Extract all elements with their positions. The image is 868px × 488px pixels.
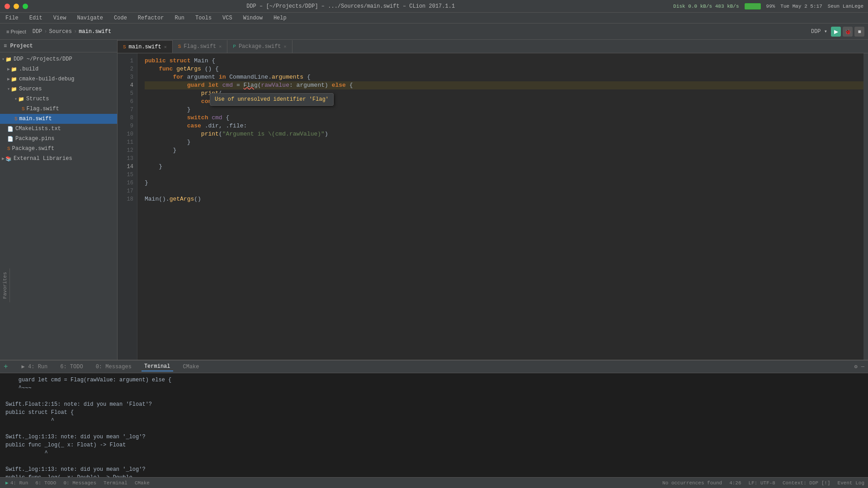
code-line-9: case .dir, .file: bbox=[145, 122, 863, 130]
debug-button[interactable]: 🐞 bbox=[843, 27, 853, 37]
line-num-13: 13 bbox=[118, 155, 133, 163]
bottom-tab-messages[interactable]: 0: Messages bbox=[93, 363, 134, 371]
menu-help[interactable]: Help bbox=[272, 14, 288, 22]
menu-navigate[interactable]: Navigate bbox=[75, 14, 105, 22]
tree-item-sources[interactable]: ▾ 📁 Sources bbox=[0, 84, 117, 94]
minimize-button[interactable] bbox=[14, 4, 19, 9]
line-num-10: 10 bbox=[118, 130, 133, 138]
tree-label-external-libs: External Libraries bbox=[14, 155, 72, 162]
bottom-tab-cmake[interactable]: CMake bbox=[180, 363, 202, 371]
menu-code[interactable]: Code bbox=[112, 14, 129, 22]
tree-item-cmakelists[interactable]: 📄 CMakeLists.txt bbox=[0, 124, 117, 134]
breadcrumb-ddp[interactable]: DDP bbox=[33, 28, 42, 35]
breadcrumb-sources[interactable]: Sources bbox=[49, 28, 72, 35]
line-num-9: 9 bbox=[118, 122, 133, 130]
tree-item-build[interactable]: ▶ 📁 .build bbox=[0, 64, 117, 74]
run-button[interactable]: ▶ bbox=[831, 27, 841, 37]
bottom-tab-terminal[interactable]: Terminal bbox=[142, 362, 173, 371]
bottom-tab-run[interactable]: ▶ 4: Run bbox=[19, 362, 51, 371]
library-icon: 📚 bbox=[5, 156, 12, 162]
code-editor[interactable]: 1 2 3 4 5 6 7 8 9 10 11 12 13 14 15 16 1… bbox=[118, 53, 868, 360]
menu-bar: File Edit View Navigate Code Refactor Ru… bbox=[0, 13, 868, 23]
tree-item-external-libs[interactable]: ▶ 📚 External Libraries bbox=[0, 154, 117, 164]
disk-info: Disk 0.0 kB/s 483 kB/s bbox=[673, 4, 739, 9]
chevron-icon: ▾ bbox=[2, 56, 5, 62]
terminal-content[interactable]: guard let cmd = Flag(rawValue: argument)… bbox=[0, 373, 868, 477]
tab-bar: S main.swift ✕ S Flag.swift ✕ P Package.… bbox=[118, 40, 868, 53]
bottom-panel-controls: ⚙ — bbox=[854, 363, 864, 370]
code-line-1: public struct Main { bbox=[145, 57, 863, 65]
bottom-tab-todo[interactable]: 6: TODO bbox=[57, 363, 85, 371]
tree-item-cmake-build[interactable]: ▶ 📁 cmake-build-debug bbox=[0, 74, 117, 84]
term-line-10: ^ bbox=[5, 449, 863, 457]
term-line-4: Swift.Float:2:15: note: did you mean 'Fl… bbox=[5, 400, 863, 408]
breadcrumb-sep-2: › bbox=[74, 28, 77, 35]
tab-main-swift[interactable]: S main.swift ✕ bbox=[118, 40, 173, 53]
todo-status-label: 6: TODO bbox=[35, 480, 56, 486]
terminal-status-item[interactable]: Terminal bbox=[102, 479, 129, 487]
event-log[interactable]: Event Log bbox=[838, 480, 864, 486]
tree-item-main-swift[interactable]: S main.swift bbox=[0, 114, 117, 124]
main-content: ≡ Project ▾ 📁 DDP ~/Projects/DDP ▶ 📁 .bu… bbox=[0, 40, 868, 360]
sidebar-title: ≡ Project bbox=[4, 43, 33, 49]
menu-run[interactable]: Run bbox=[173, 14, 186, 22]
file-icon: 📄 bbox=[7, 136, 14, 142]
hide-panel-icon[interactable]: — bbox=[861, 364, 864, 370]
tree-item-package-pins[interactable]: 📄 Package.pins bbox=[0, 134, 117, 144]
tree-item-structs[interactable]: ▾ 📁 Structs bbox=[0, 94, 117, 104]
menu-vcs[interactable]: VCS bbox=[221, 14, 234, 22]
todo-tab-label: 6: TODO bbox=[60, 364, 83, 370]
close-button[interactable] bbox=[5, 4, 10, 9]
battery-percent: 99% bbox=[766, 4, 775, 9]
messages-status-label: 0: Messages bbox=[63, 480, 96, 486]
favorites-label[interactable]: Favorites bbox=[1, 270, 9, 300]
messages-status-item[interactable]: 0: Messages bbox=[61, 479, 98, 487]
toolbar-project-btn[interactable]: ≡ Project bbox=[4, 28, 29, 36]
breadcrumb-sep-1: › bbox=[44, 28, 47, 35]
chevron-icon: ▶ bbox=[7, 76, 10, 82]
tab-close-package[interactable]: ✕ bbox=[284, 44, 287, 49]
tree-item-package-swift[interactable]: S Package.swift bbox=[0, 144, 117, 154]
menu-refactor[interactable]: Refactor bbox=[136, 14, 166, 22]
right-scrollbar[interactable] bbox=[863, 53, 868, 360]
tab-close-flag[interactable]: ✕ bbox=[219, 44, 222, 49]
menu-edit[interactable]: Edit bbox=[28, 14, 44, 22]
tree-label-cmakelists: CMakeLists.txt bbox=[15, 126, 61, 132]
line-num-14: 14 bbox=[118, 163, 133, 171]
term-line-12: Swift._log:1:13: note: did you mean '_lo… bbox=[5, 465, 863, 474]
tree-label-package-pins: Package.pins bbox=[15, 136, 54, 142]
code-content[interactable]: public struct Main { func getArgs () { f… bbox=[137, 53, 863, 360]
todo-status-item[interactable]: 6: TODO bbox=[33, 479, 58, 487]
tab-flag-swift[interactable]: S Flag.swift ✕ bbox=[173, 40, 228, 53]
menu-window[interactable]: Window bbox=[241, 14, 264, 22]
bottom-add-btn[interactable]: + bbox=[4, 363, 8, 371]
term-line-3 bbox=[5, 392, 863, 400]
add-terminal-icon[interactable]: + bbox=[4, 363, 8, 371]
code-line-14: } bbox=[145, 163, 863, 171]
side-panel-favorites[interactable]: Favorites bbox=[0, 268, 10, 302]
menu-tools[interactable]: Tools bbox=[193, 14, 213, 22]
tree-item-ddp[interactable]: ▾ 📁 DDP ~/Projects/DDP bbox=[0, 54, 117, 64]
tab-package-swift[interactable]: P Package.swift ✕ bbox=[227, 40, 292, 53]
menu-view[interactable]: View bbox=[52, 14, 68, 22]
tree-label-cmake-build: cmake-build-debug bbox=[19, 76, 74, 82]
breadcrumb-mainswift[interactable]: main.swift bbox=[79, 28, 111, 35]
menu-file[interactable]: File bbox=[4, 14, 20, 22]
stop-button[interactable]: ■ bbox=[854, 27, 864, 37]
bottom-tab-bar: + ▶ 4: Run 6: TODO 0: Messages Terminal … bbox=[0, 361, 868, 373]
tree-label-flag-swift: Flag.swift bbox=[27, 106, 59, 112]
code-line-15 bbox=[145, 171, 863, 179]
settings-icon[interactable]: ⚙ bbox=[854, 363, 858, 370]
folder-icon: 📁 bbox=[11, 66, 17, 72]
run-status-item[interactable]: ▶ 4: Run bbox=[4, 479, 30, 487]
tree-item-flag-swift[interactable]: S Flag.swift bbox=[0, 104, 117, 114]
no-occurrences: No occurrences found bbox=[662, 480, 722, 486]
cmake-status-item[interactable]: CMake bbox=[133, 479, 151, 487]
tree-label-main-swift: main.swift bbox=[19, 116, 52, 122]
tree-label-build: .build bbox=[19, 66, 38, 72]
tab-close-main[interactable]: ✕ bbox=[164, 44, 167, 50]
cursor-position: 4:26 bbox=[729, 480, 741, 486]
line-num-11: 11 bbox=[118, 138, 133, 146]
maximize-button[interactable] bbox=[23, 4, 28, 9]
file-tree: ▾ 📁 DDP ~/Projects/DDP ▶ 📁 .build ▶ 📁 cm… bbox=[0, 52, 117, 360]
